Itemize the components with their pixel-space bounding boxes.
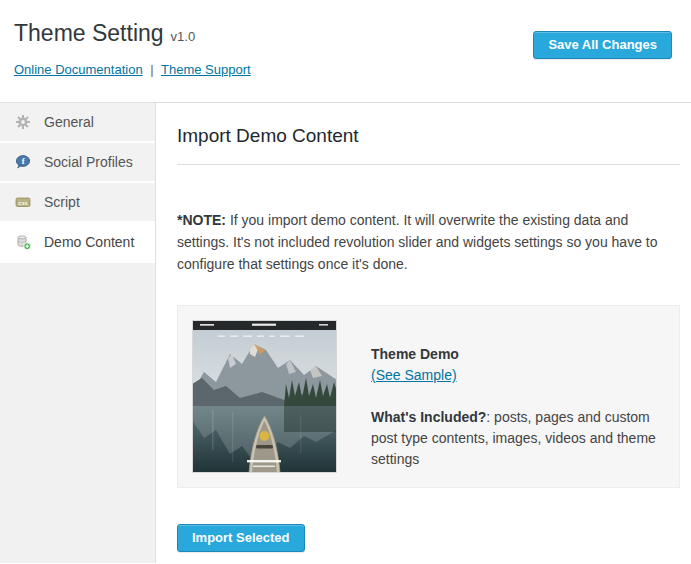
database-add-icon (15, 234, 31, 250)
demo-content-box: Theme Demo (See Sample) What's Included?… (177, 305, 680, 488)
sidebar-item-social-profiles[interactable]: f Social Profiles (0, 143, 155, 181)
import-selected-button[interactable]: Import Selected (177, 524, 305, 552)
version-label: v1.0 (171, 29, 196, 44)
settings-sidebar: General f Social Profiles css Script (0, 103, 156, 563)
demo-info: Theme Demo (See Sample) What's Included?… (371, 320, 665, 473)
css-badge-icon: css (15, 194, 31, 210)
sidebar-item-label: Demo Content (44, 234, 134, 250)
import-note: *NOTE: If you import demo content. It wi… (177, 209, 680, 275)
save-all-changes-button[interactable]: Save All Changes (533, 31, 672, 59)
svg-text:f: f (22, 156, 25, 166)
main-content: Import Demo Content *NOTE: If you import… (156, 103, 691, 563)
sidebar-item-general[interactable]: General (0, 103, 155, 141)
note-label: *NOTE: (177, 212, 226, 228)
note-text: If you import demo content. It will over… (177, 212, 658, 272)
sidebar-item-demo-content[interactable]: Demo Content (0, 223, 155, 261)
sidebar-item-script[interactable]: css Script (0, 183, 155, 221)
facebook-bubble-icon: f (15, 154, 31, 170)
page-title: Theme Setting (14, 20, 164, 47)
whats-included-text: What's Included?: posts, pages and custo… (371, 407, 665, 470)
svg-text:css: css (18, 200, 27, 206)
link-separator: | (150, 62, 153, 77)
heading-divider (177, 164, 680, 165)
section-heading: Import Demo Content (177, 125, 680, 147)
theme-support-link[interactable]: Theme Support (161, 62, 251, 77)
sidebar-item-label: General (44, 114, 94, 130)
see-sample-link[interactable]: (See Sample) (371, 365, 457, 386)
sidebar-filler (0, 263, 155, 563)
whats-included-label: What's Included? (371, 409, 486, 425)
online-documentation-link[interactable]: Online Documentation (14, 62, 143, 77)
demo-title: Theme Demo (371, 344, 665, 365)
page-header: Theme Setting v1.0 Save All Changes Onli… (0, 0, 691, 103)
theme-demo-thumbnail (192, 320, 337, 473)
gear-icon (15, 114, 31, 130)
sidebar-item-label: Social Profiles (44, 154, 133, 170)
sidebar-item-label: Script (44, 194, 80, 210)
doc-links: Online Documentation | Theme Support (14, 62, 673, 77)
